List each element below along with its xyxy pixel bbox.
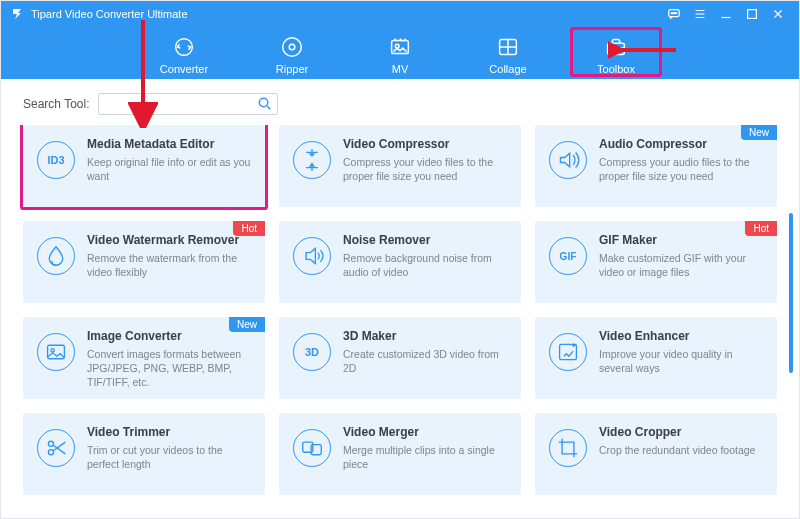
tool-card-trim[interactable]: Video TrimmerTrim or cut your videos to … xyxy=(23,413,265,495)
tool-title: Video Enhancer xyxy=(599,329,763,343)
svg-rect-11 xyxy=(608,43,625,54)
badge-new: New xyxy=(741,125,777,140)
nav-label: Toolbox xyxy=(580,63,652,75)
nav-converter[interactable]: Converter xyxy=(148,33,220,75)
svg-point-3 xyxy=(676,13,677,14)
svg-point-1 xyxy=(671,13,672,14)
crop-icon xyxy=(549,429,587,467)
merge-icon xyxy=(293,429,331,467)
badge-hot: Hot xyxy=(233,221,265,236)
tool-card-id3[interactable]: Media Metadata EditorKeep original file … xyxy=(23,125,265,207)
tool-card-3d[interactable]: 3D MakerCreate customized 3D video from … xyxy=(279,317,521,399)
tool-card-compress[interactable]: Video CompressorCompress your video file… xyxy=(279,125,521,207)
audiocomp-icon xyxy=(549,141,587,179)
tool-card-watermark[interactable]: Video Watermark RemoverRemove the waterm… xyxy=(23,221,265,303)
svg-rect-4 xyxy=(748,10,757,19)
badge-new: New xyxy=(229,317,265,332)
tool-desc: Convert images formats between JPG/JPEG,… xyxy=(87,347,251,390)
nav-mv[interactable]: MV xyxy=(364,33,436,75)
tool-desc: Remove the watermark from the video flex… xyxy=(87,251,251,279)
tool-desc: Compress your audio files to the proper … xyxy=(599,155,763,183)
tool-desc: Merge multiple clips into a single piece xyxy=(343,443,507,471)
tool-card-audiocomp[interactable]: Audio CompressorCompress your audio file… xyxy=(535,125,777,207)
nav-label: Converter xyxy=(148,63,220,75)
tool-card-gif[interactable]: GIF MakerMake customized GIF with your v… xyxy=(535,221,777,303)
imgconv-icon xyxy=(37,333,75,371)
3d-icon xyxy=(293,333,331,371)
tool-title: GIF Maker xyxy=(599,233,763,247)
tool-grid-wrap: Media Metadata EditorKeep original file … xyxy=(1,125,799,519)
svg-point-6 xyxy=(283,38,302,57)
tool-title: Video Trimmer xyxy=(87,425,251,439)
watermark-icon xyxy=(37,237,75,275)
nav-collage[interactable]: Collage xyxy=(472,33,544,75)
collage-icon xyxy=(472,33,544,61)
tool-title: Video Compressor xyxy=(343,137,507,151)
main-nav: Converter Ripper MV Collage Toolbox xyxy=(1,33,799,75)
tool-card-noise[interactable]: Noise RemoverRemove background noise fro… xyxy=(279,221,521,303)
enhance-icon xyxy=(549,333,587,371)
minimize-button[interactable] xyxy=(713,5,739,23)
toolbox-icon xyxy=(580,33,652,61)
search-icon[interactable] xyxy=(257,96,272,114)
nav-label: MV xyxy=(364,63,436,75)
compress-icon xyxy=(293,141,331,179)
app-logo-icon xyxy=(9,6,25,22)
tool-title: Video Watermark Remover xyxy=(87,233,251,247)
nav-ripper[interactable]: Ripper xyxy=(256,33,328,75)
tool-title: 3D Maker xyxy=(343,329,507,343)
close-button[interactable] xyxy=(765,5,791,23)
ripper-icon xyxy=(256,33,328,61)
app-title: Tipard Video Converter Ultimate xyxy=(31,8,188,20)
noise-icon xyxy=(293,237,331,275)
app-header: Tipard Video Converter Ultimate Converte… xyxy=(1,1,799,79)
tool-card-crop[interactable]: Video CropperCrop the redundant video fo… xyxy=(535,413,777,495)
tool-desc: Crop the redundant video footage xyxy=(599,443,763,457)
maximize-button[interactable] xyxy=(739,5,765,23)
tool-desc: Make customized GIF with your video or i… xyxy=(599,251,763,279)
tool-title: Noise Remover xyxy=(343,233,507,247)
tool-card-enhance[interactable]: Video EnhancerImprove your video quality… xyxy=(535,317,777,399)
nav-label: Ripper xyxy=(256,63,328,75)
menu-icon[interactable] xyxy=(687,5,713,23)
mv-icon xyxy=(364,33,436,61)
gif-icon xyxy=(549,237,587,275)
tool-title: Image Converter xyxy=(87,329,251,343)
nav-label: Collage xyxy=(472,63,544,75)
tool-title: Audio Compressor xyxy=(599,137,763,151)
tool-card-imgconv[interactable]: Image ConverterConvert images formats be… xyxy=(23,317,265,399)
feedback-icon[interactable] xyxy=(661,5,687,23)
tool-desc: Improve your video quality in several wa… xyxy=(599,347,763,375)
search-label: Search Tool: xyxy=(23,97,90,111)
id3-icon xyxy=(37,141,75,179)
svg-point-2 xyxy=(673,13,674,14)
tool-title: Media Metadata Editor xyxy=(87,137,251,151)
tool-desc: Trim or cut your videos to the perfect l… xyxy=(87,443,251,471)
svg-point-7 xyxy=(289,44,295,50)
search-input[interactable] xyxy=(98,93,278,115)
toolbar: Search Tool: xyxy=(1,79,799,125)
titlebar: Tipard Video Converter Ultimate xyxy=(1,1,799,25)
badge-hot: Hot xyxy=(745,221,777,236)
tool-desc: Create customized 3D video from 2D xyxy=(343,347,507,375)
nav-toolbox[interactable]: Toolbox xyxy=(580,33,652,75)
tool-desc: Keep original file info or edit as you w… xyxy=(87,155,251,183)
tool-card-merge[interactable]: Video MergerMerge multiple clips into a … xyxy=(279,413,521,495)
tool-title: Video Cropper xyxy=(599,425,763,439)
scrollbar-thumb[interactable] xyxy=(789,213,793,373)
tool-desc: Remove background noise from audio of vi… xyxy=(343,251,507,279)
tool-desc: Compress your video files to the proper … xyxy=(343,155,507,183)
converter-icon xyxy=(148,33,220,61)
tool-grid: Media Metadata EditorKeep original file … xyxy=(23,125,777,495)
svg-point-12 xyxy=(259,98,267,106)
tool-title: Video Merger xyxy=(343,425,507,439)
trim-icon xyxy=(37,429,75,467)
